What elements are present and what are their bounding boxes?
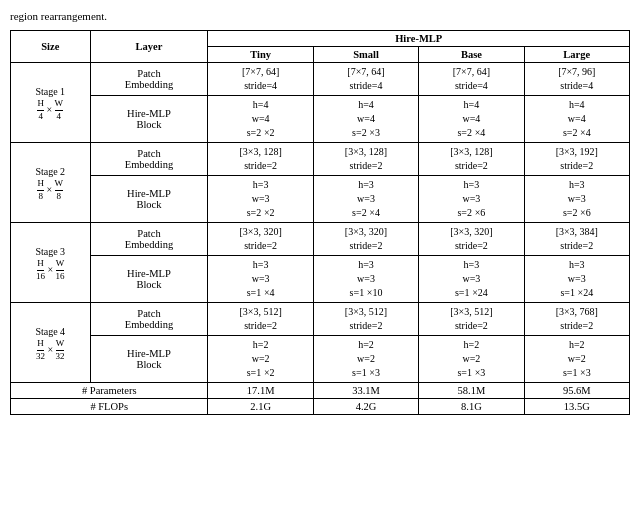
stage-2-patch-embedding-label: PatchEmbedding (90, 143, 208, 176)
stage-2-block-base: h=3w=3s=2 ×6 (419, 176, 524, 223)
base-header: Base (419, 47, 524, 63)
stage-3-block-tiny: h=3w=3s=1 ×4 (208, 256, 313, 303)
stage-3-block-small: h=3w=3s=1 ×10 (313, 256, 418, 303)
stage-2-patch-tiny: [3×3, 128]stride=2 (208, 143, 313, 176)
large-header: Large (524, 47, 629, 63)
stage-4-block-small: h=2w=2s=1 ×3 (313, 336, 418, 383)
stage-1-label: Stage 1H4 × W4 (11, 63, 91, 143)
small-header: Small (313, 47, 418, 63)
stage-3-patch-embedding-label: PatchEmbedding (90, 223, 208, 256)
flops-large: 13.5G (524, 399, 629, 415)
size-header: Size (11, 31, 91, 63)
stage-4-block-tiny: h=2w=2s=1 ×2 (208, 336, 313, 383)
params-label: # Parameters (11, 383, 208, 399)
params-tiny: 17.1M (208, 383, 313, 399)
stage-2-label: Stage 2H8 × W8 (11, 143, 91, 223)
stage-4-patch-embedding-label: PatchEmbedding (90, 303, 208, 336)
stage-2-block-label: Hire-MLPBlock (90, 176, 208, 223)
stage-1-patch-embedding-label: PatchEmbedding (90, 63, 208, 96)
tiny-header: Tiny (208, 47, 313, 63)
stage-3-patch-base: [3×3, 320]stride=2 (419, 223, 524, 256)
stage-3-label: Stage 3H16 × W16 (11, 223, 91, 303)
stage-4-patch-base: [3×3, 512]stride=2 (419, 303, 524, 336)
stage-4-patch-large: [3×3, 768]stride=2 (524, 303, 629, 336)
stage-3-patch-tiny: [3×3, 320]stride=2 (208, 223, 313, 256)
main-table: Size Layer Hire-MLP Tiny Small Base Larg… (10, 30, 630, 415)
stage-1-patch-base: [7×7, 64]stride=4 (419, 63, 524, 96)
stage-2-block-small: h=3w=3s=2 ×4 (313, 176, 418, 223)
stage-2-block-tiny: h=3w=3s=2 ×2 (208, 176, 313, 223)
stage-3-patch-large: [3×3, 384]stride=2 (524, 223, 629, 256)
params-small: 33.1M (313, 383, 418, 399)
stage-1-patch-tiny: [7×7, 64]stride=4 (208, 63, 313, 96)
stage-1-patch-large: [7×7, 96]stride=4 (524, 63, 629, 96)
layer-header: Layer (90, 31, 208, 63)
stage-1-patch-small: [7×7, 64]stride=4 (313, 63, 418, 96)
hire-mlp-header: Hire-MLP (208, 31, 630, 47)
stage-1-block-large: h=4w=4s=2 ×4 (524, 96, 629, 143)
stage-4-patch-small: [3×3, 512]stride=2 (313, 303, 418, 336)
stage-1-block-tiny: h=4w=4s=2 ×2 (208, 96, 313, 143)
params-base: 58.1M (419, 383, 524, 399)
stage-1-block-base: h=4w=4s=2 ×4 (419, 96, 524, 143)
flops-base: 8.1G (419, 399, 524, 415)
stage-4-label: Stage 4H32 × W32 (11, 303, 91, 383)
params-large: 95.6M (524, 383, 629, 399)
stage-2-patch-large: [3×3, 192]stride=2 (524, 143, 629, 176)
stage-4-block-base: h=2w=2s=1 ×3 (419, 336, 524, 383)
flops-small: 4.2G (313, 399, 418, 415)
stage-1-block-label: Hire-MLPBlock (90, 96, 208, 143)
stage-2-block-large: h=3w=3s=2 ×6 (524, 176, 629, 223)
stage-1-block-small: h=4w=4s=2 ×3 (313, 96, 418, 143)
stage-4-block-label: Hire-MLPBlock (90, 336, 208, 383)
stage-2-patch-base: [3×3, 128]stride=2 (419, 143, 524, 176)
stage-4-block-large: h=2w=2s=1 ×3 (524, 336, 629, 383)
stage-4-patch-tiny: [3×3, 512]stride=2 (208, 303, 313, 336)
flops-label: # FLOPs (11, 399, 208, 415)
stage-3-block-base: h=3w=3s=1 ×24 (419, 256, 524, 303)
stage-3-block-large: h=3w=3s=1 ×24 (524, 256, 629, 303)
stage-2-patch-small: [3×3, 128]stride=2 (313, 143, 418, 176)
flops-tiny: 2.1G (208, 399, 313, 415)
stage-3-patch-small: [3×3, 320]stride=2 (313, 223, 418, 256)
intro-text: region rearrangement. (10, 10, 630, 22)
stage-3-block-label: Hire-MLPBlock (90, 256, 208, 303)
